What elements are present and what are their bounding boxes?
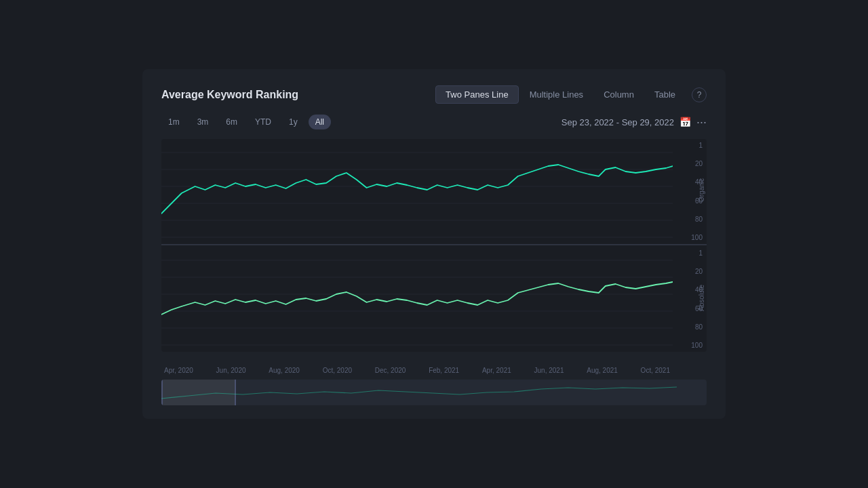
controls-row: 1m 3m 6m YTD 1y All Sep 23, 2022 - Sep 2… — [161, 115, 707, 129]
time-filters: 1m 3m 6m YTD 1y All — [161, 115, 331, 129]
pane-organic: 1 20 40 60 80 100 Organic — [161, 139, 707, 244]
tab-table[interactable]: Table — [645, 86, 685, 103]
more-options-icon[interactable]: ··· — [696, 115, 707, 129]
help-icon[interactable]: ? — [692, 87, 707, 102]
main-card: Average Keyword Ranking Two Panes Line M… — [142, 69, 726, 419]
filter-ytd[interactable]: YTD — [248, 115, 278, 129]
tab-two-panes-line[interactable]: Two Panes Line — [435, 85, 519, 104]
minimap[interactable] — [161, 380, 707, 405]
absolute-label: Absolute — [698, 285, 705, 311]
page-title: Average Keyword Ranking — [161, 89, 298, 101]
pane-organic-yaxis: 1 20 40 60 80 100 Organic — [673, 139, 707, 244]
tab-column[interactable]: Column — [594, 86, 644, 103]
pane-organic-chart — [161, 139, 673, 244]
filter-6m[interactable]: 6m — [219, 115, 244, 129]
view-tabs-container: Two Panes Line Multiple Lines Column Tab… — [435, 85, 707, 104]
header-row: Average Keyword Ranking Two Panes Line M… — [161, 85, 707, 104]
filter-all[interactable]: All — [309, 115, 331, 129]
calendar-icon[interactable]: 📅 — [679, 117, 691, 127]
filter-1y[interactable]: 1y — [282, 115, 304, 129]
chart-area: 1 20 40 60 80 100 Organic — [161, 139, 707, 352]
filter-1m[interactable]: 1m — [161, 115, 186, 129]
pane-absolute-yaxis: 1 20 40 60 80 100 Absolute — [673, 247, 707, 352]
tab-multiple-lines[interactable]: Multiple Lines — [520, 86, 593, 103]
date-range-area: Sep 23, 2022 - Sep 29, 2022 📅 ··· — [561, 115, 707, 129]
pane-absolute: 1 20 40 60 80 100 Absolute — [161, 247, 707, 352]
x-axis: Apr, 2020 Jun, 2020 Aug, 2020 Oct, 2020 … — [161, 360, 707, 374]
pane-separator — [161, 244, 707, 245]
organic-label: Organic — [698, 178, 705, 202]
filter-3m[interactable]: 3m — [191, 115, 216, 129]
pane-absolute-chart — [161, 247, 673, 352]
date-range-label: Sep 23, 2022 - Sep 29, 2022 📅 — [561, 117, 691, 127]
